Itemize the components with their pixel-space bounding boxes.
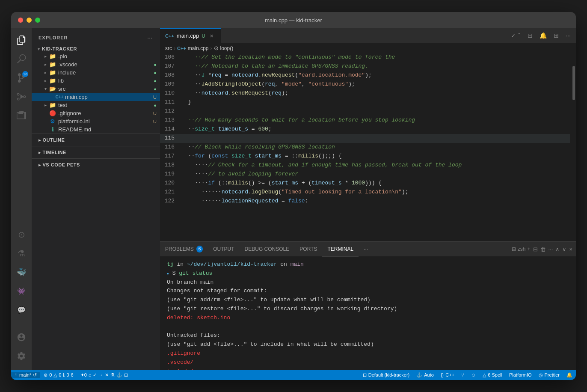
tree-label-maincpp: main.cpp [65,94,153,100]
explorer-icon[interactable] [13,32,30,49]
sidebar-actions: ··· [146,33,153,42]
code-container: 106 ··// Set the location mode to "conti… [160,53,576,241]
terminal-content[interactable]: tj in ~/dev/tjvantoll/kid-tracker on mai… [160,257,576,370]
status-branch[interactable]: ⑂ main* ↺ [11,372,40,378]
emoji-icon: ☺ [471,372,476,377]
tree-item-vscode[interactable]: ▸ 📁 .vscode ● [32,60,160,68]
outline-label: OUTLINE [43,137,65,143]
tree-item-lib[interactable]: ▸ 📁 lib ● [32,77,160,85]
bell-icon[interactable]: 🔔 [538,31,548,40]
code-line-112: 112 [160,107,576,116]
editor-scrollbar-thumb[interactable] [572,66,575,100]
tree-item-kid-tracker[interactable]: ▾ KID-TRACKER [32,45,160,52]
split-editor-icon[interactable]: ⊟ [526,31,534,40]
source-control-icon[interactable]: 13 [13,69,30,86]
tab-problems[interactable]: PROBLEMS 6 [160,242,208,256]
status-language[interactable]: {} C++ [437,372,458,377]
maximize-button[interactable] [35,18,40,23]
timeline-section: ▸ TIMELINE [32,146,160,158]
terminal-panel: PROBLEMS 6 OUTPUT DEBUG CONSOLE PORTS [160,241,576,370]
panel-more-btn[interactable]: ··· [548,246,553,252]
outline-header[interactable]: ▸ OUTLINE [32,136,160,144]
status-indent[interactable]: ⚓ Auto [413,372,437,378]
badge-lib: ● [154,78,157,83]
indent-icon: ⚓ [416,372,422,378]
tree-item-platformio[interactable]: ▸ ⚙ platformio.ini U [32,117,160,125]
remote-icon[interactable]: ⊙ [13,226,30,243]
terminal-add-btn[interactable]: + [528,246,531,252]
sidebar-header: EXPLORER ··· [32,28,160,45]
breadcrumb-maincpp[interactable]: main.cpp [188,45,209,51]
terminal-line-branch: On branch main [167,278,569,287]
status-spell[interactable]: △ 6 Spell [479,372,506,378]
panel-tabs: PROBLEMS 6 OUTPUT DEBUG CONSOLE PORTS [160,242,576,257]
status-extras[interactable]: ✦0 ⌂ ✓ → ✕ ⚗ ⚓ ⊟ [77,372,132,378]
account-icon[interactable] [13,329,30,346]
tree-label-lib: lib [58,77,154,84]
terminal-line-hint2: (use "git restore <file>..." to discard … [167,305,569,314]
search-icon[interactable] [13,50,30,68]
tree-item-maincpp[interactable]: ▸ C++ main.cpp U [32,93,160,101]
code-line-110: 110 ··notecard.sendRequest(req); [160,89,576,98]
window-title: main.cpp — kid-tracker [265,17,322,24]
panel-trash-btn[interactable]: 🗑 [540,246,546,252]
panel-close-btn[interactable]: × [569,246,572,252]
vscode-pets-header[interactable]: ▸ VS CODE PETS [32,160,160,169]
tree-label-kid-tracker: KID-TRACKER [42,46,160,51]
status-workspace[interactable]: ⊟ Default (kid-tracker) [359,372,413,378]
run-debug-icon[interactable] [13,88,30,105]
editor-scrollbar[interactable] [570,53,576,241]
chat-icon[interactable]: 💬 [13,301,30,318]
tree-item-test[interactable]: ▸ 📁 test ● [32,101,160,109]
tree-item-readme[interactable]: ▸ ℹ README.md [32,125,160,134]
outline-section: ▸ OUTLINE [32,134,160,146]
platformio-icon[interactable]: 👾 [13,282,30,300]
panel-down-btn[interactable]: ∨ [562,246,566,252]
breadcrumb-loop[interactable]: loop() [220,45,234,51]
error-count: 0 [49,372,52,377]
editor-toolbar-right: ✓ ˅ ⊟ 🔔 ⊞ ··· [509,31,576,40]
tab-terminal[interactable]: TERMINAL [322,242,359,256]
vscode-pets-label: VS CODE PETS [43,162,80,167]
minimize-button[interactable] [27,18,32,23]
close-button[interactable] [18,18,23,23]
status-notification[interactable]: 🔔 [563,372,576,378]
panel-split-btn[interactable]: ⊟ [533,246,538,252]
tree-item-pio[interactable]: ▸ 📁 .pio [32,52,160,60]
more-actions-icon[interactable]: ··· [564,31,572,40]
breadcrumb-src[interactable]: src [165,45,172,51]
panel-up-btn[interactable]: ∧ [555,246,560,252]
sidebar-more-button[interactable]: ··· [146,33,153,42]
tab-close-button[interactable]: × [208,32,216,40]
check-icon[interactable]: ✓ ˅ [509,31,522,40]
sync-icon: ↺ [33,372,37,378]
warning-icon: △ [53,372,57,378]
badge-gitignore: U [153,111,157,116]
status-bar-right: ⊟ Default (kid-tracker) ⚓ Auto {} C++ ⑂ … [359,372,576,378]
layout-icon[interactable]: ⊞ [552,31,560,40]
tree-item-src[interactable]: ▾ 📂 src ● [32,85,160,93]
tab-ports[interactable]: PORTS [294,242,322,256]
tab-more-panel[interactable]: ··· [359,242,373,256]
tree-item-gitignore[interactable]: ▸ 🔴 .gitignore U [32,109,160,117]
extensions-icon[interactable] [13,107,30,124]
code-editor[interactable]: 106 ··// Set the location mode to "conti… [160,53,576,241]
docker-icon[interactable]: 🐳 [13,264,30,281]
tree-item-include[interactable]: ▸ 📁 include ● [32,68,160,77]
tab-debug-console[interactable]: DEBUG CONSOLE [240,242,295,256]
timeline-header[interactable]: ▸ TIMELINE [32,148,160,157]
tab-lang-icon: C++ [165,33,174,39]
status-emoji[interactable]: ☺ [468,372,479,377]
status-platformio[interactable]: PlatformIO [506,372,535,377]
test-icon[interactable]: ⚗ [13,245,30,262]
status-errors[interactable]: ⊗ 0 △ 0 ℹ 0 6 [40,372,77,378]
status-git[interactable]: ⑂ [458,372,468,377]
folder-icon-vscode: 📁 [49,61,56,68]
tab-maincpp[interactable]: C++ main.cpp U × [160,28,221,43]
tab-output[interactable]: OUTPUT [208,242,239,256]
file-tree: ▾ KID-TRACKER ▸ 📁 .pio ▸ 📁 .vscode ● [32,45,160,370]
terminal-line-changes: Changes not staged for commit: [167,287,569,296]
folder-icon-pio: 📁 [49,53,56,59]
settings-icon[interactable] [13,347,30,365]
status-prettier[interactable]: ◎ Prettier [535,372,563,378]
